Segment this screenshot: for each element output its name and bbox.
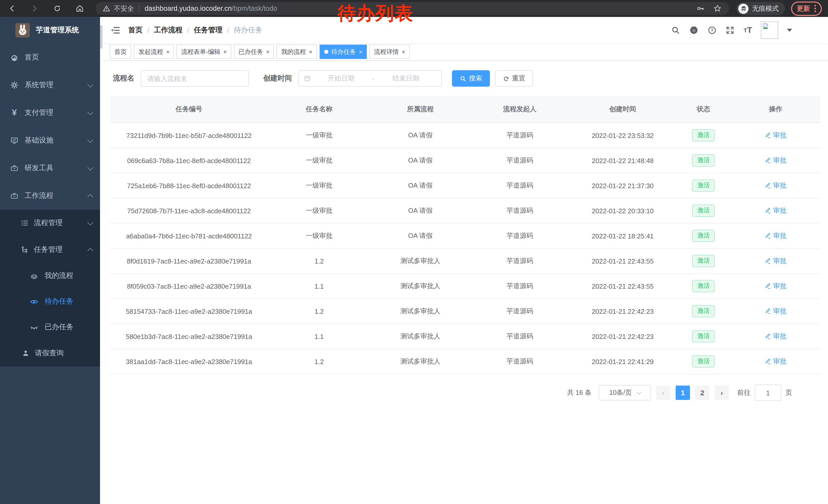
approve-link[interactable]: 审批 (765, 156, 786, 165)
tab-done-task[interactable]: 已办任务 × (234, 45, 274, 59)
tab-process-form-edit[interactable]: 流程表单-编辑 × (177, 45, 232, 59)
password-key-icon[interactable] (696, 4, 705, 13)
tree-icon (20, 245, 29, 254)
bookmark-star-icon[interactable] (713, 4, 722, 13)
tab-process-detail[interactable]: 流程详情 × (369, 45, 410, 59)
start-date-placeholder: 开始日期 (311, 74, 371, 83)
total-count: 共 16 条 (567, 388, 591, 397)
sidebar-item-dev[interactable]: 研发工具 (0, 154, 102, 182)
sidebar-item-workflow[interactable]: 工作流程 (0, 182, 102, 210)
chevron-down-icon (87, 165, 93, 171)
prev-page-button[interactable]: ‹ (656, 385, 670, 400)
breadcrumb-current: 待办任务 (234, 26, 262, 35)
edit-icon (765, 183, 771, 189)
sidebar-item-todo-task[interactable]: 待办任务 (0, 289, 102, 314)
cell-initiator: 芋道源码 (470, 231, 570, 240)
sidebar-item-my-process[interactable]: 我的流程 (0, 263, 102, 289)
github-icon[interactable] (689, 25, 699, 35)
sidebar-item-home[interactable]: 首页 (0, 44, 102, 71)
status-badge: 激活 (692, 355, 715, 367)
breadcrumb-home[interactable]: 首页 (128, 26, 142, 35)
todo-list-annotation: 待办列表 (338, 3, 413, 24)
sidebar-item-system[interactable]: 系统管理 (0, 71, 102, 99)
breadcrumb-task-mgmt[interactable]: 任务管理 (194, 26, 223, 35)
list-icon (20, 219, 29, 227)
search-icon[interactable] (671, 26, 680, 35)
app-logo[interactable]: 芋道管理系统 (0, 17, 102, 44)
browser-back-button[interactable] (5, 2, 18, 15)
close-icon[interactable]: × (223, 49, 227, 55)
sidebar-item-leave-query[interactable]: 请假查询 (0, 340, 102, 367)
cell-action: 审批 (731, 332, 820, 341)
breadcrumb-workflow[interactable]: 工作流程 (154, 26, 182, 35)
cell-process: OA 请假 (371, 231, 470, 240)
goto-page-input[interactable] (755, 384, 781, 401)
cell-status: 激活 (676, 129, 731, 141)
tab-todo-task[interactable]: 待办任务 × (320, 45, 367, 59)
approve-link[interactable]: 审批 (765, 231, 786, 240)
sidebar-item-done-task[interactable]: 已办任务 (0, 314, 102, 340)
approve-link[interactable]: 审批 (765, 307, 786, 316)
approve-link[interactable]: 审批 (765, 357, 786, 366)
avatar-dropdown-caret[interactable] (787, 29, 792, 32)
status-badge: 激活 (692, 330, 715, 342)
edit-icon (765, 208, 771, 214)
incognito-icon (738, 3, 748, 13)
page-button-1[interactable]: 1 (676, 385, 690, 400)
page-size-select[interactable]: 10条/页 (599, 385, 651, 401)
browser-update-menu-button[interactable]: 更新 (791, 1, 822, 16)
cell-task-name: 1.2 (268, 358, 371, 365)
close-icon[interactable]: × (309, 49, 313, 55)
cell-task-id: 8f059c03-7ac8-11ec-a9e2-a2380e71991a (110, 282, 268, 290)
approve-link[interactable]: 审批 (765, 281, 786, 291)
cell-action: 审批 (731, 256, 820, 266)
cell-status: 激活 (676, 179, 731, 191)
navbar: 首页 / 工作流程 / 任务管理 / 待办任务 ? TT (102, 17, 828, 43)
logo-rabbit-image (15, 23, 30, 37)
process-name-label: 流程名 (113, 74, 134, 83)
sidebar-item-task-mgmt[interactable]: 任务管理 (0, 236, 102, 263)
close-icon[interactable]: × (402, 49, 405, 55)
date-range-picker[interactable]: 开始日期 - 结束日期 (298, 70, 442, 87)
approve-link[interactable]: 审批 (765, 256, 786, 266)
approve-link[interactable]: 审批 (765, 131, 786, 140)
fullscreen-icon[interactable] (726, 26, 735, 35)
browser-forward-button[interactable] (28, 2, 41, 15)
dashboard-icon (10, 53, 18, 61)
close-icon[interactable]: × (359, 49, 363, 55)
browser-home-button[interactable] (73, 2, 86, 15)
page-button-2[interactable]: 2 (695, 385, 709, 400)
close-icon[interactable]: × (166, 49, 170, 55)
tab-my-process[interactable]: 我的流程 × (277, 45, 317, 59)
user-icon (22, 349, 30, 357)
eye-icon (30, 297, 38, 306)
font-size-icon[interactable]: TT (744, 26, 752, 35)
cell-status: 激活 (676, 305, 731, 317)
approve-link[interactable]: 审批 (765, 206, 786, 215)
approve-link[interactable]: 审批 (765, 181, 786, 190)
edit-icon (765, 132, 771, 138)
help-icon[interactable]: ? (708, 26, 717, 35)
edit-icon (765, 233, 771, 239)
search-button[interactable]: 搜索 (452, 70, 490, 87)
sidebar-item-infra[interactable]: 基础设施 (0, 127, 102, 154)
sidebar-scrollbar-thumb[interactable] (100, 25, 102, 49)
cell-status: 激活 (676, 280, 731, 292)
next-page-button[interactable]: › (715, 385, 729, 400)
sidebar-item-process-mgmt[interactable]: 流程管理 (0, 210, 102, 236)
cell-created: 2022-01-22 18:25:41 (570, 232, 676, 240)
tab-home[interactable]: 首页 (110, 45, 131, 59)
browser-reload-button[interactable] (50, 2, 64, 15)
avatar[interactable] (761, 21, 778, 39)
approve-link[interactable]: 审批 (765, 332, 786, 341)
tab-start-process[interactable]: 发起流程 × (134, 45, 174, 59)
cell-initiator: 芋道源码 (470, 357, 570, 366)
cell-initiator: 芋道源码 (470, 181, 570, 190)
process-name-input[interactable] (140, 70, 249, 87)
toolbox-icon (10, 192, 18, 200)
sidebar-item-pay[interactable]: ¥ 支付管理 (0, 99, 102, 127)
collapse-sidebar-button[interactable] (107, 21, 124, 39)
close-icon[interactable]: × (266, 49, 270, 55)
reset-button[interactable]: 重置 (495, 70, 533, 87)
table-row: 75d72608-7b7f-11ec-a3c8-acde48001122 一级审… (110, 198, 820, 224)
